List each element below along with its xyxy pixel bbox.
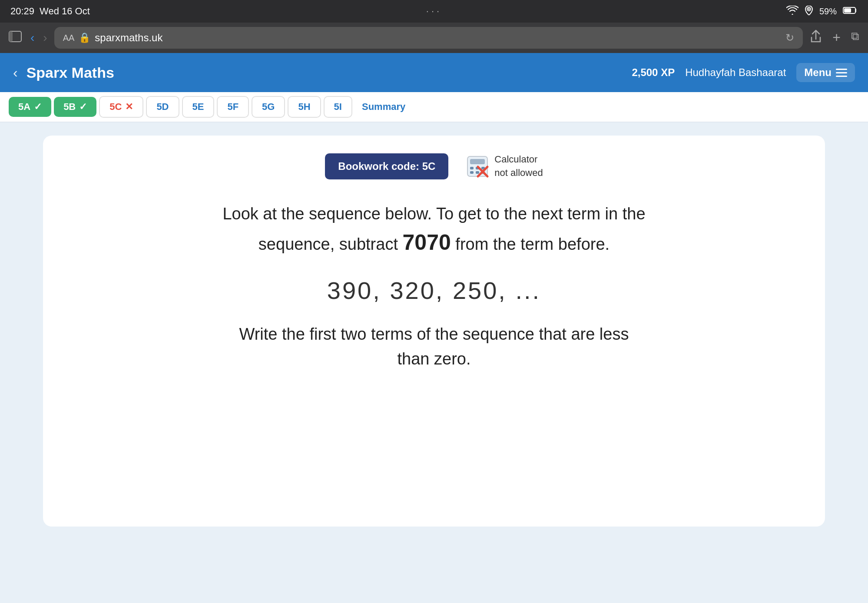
number-highlight-val: 70 xyxy=(427,230,451,255)
tab-summary[interactable]: Summary xyxy=(355,97,412,117)
tab-5B[interactable]: 5B ✓ xyxy=(54,97,96,117)
calculator-line1: Calculator xyxy=(494,153,543,166)
svg-rect-12 xyxy=(476,171,479,174)
header-back-button[interactable]: ‹ xyxy=(13,65,18,81)
tab-5A-label: 5A xyxy=(18,101,30,113)
sub-line2: than zero. xyxy=(69,347,799,371)
date: Wed 16 Oct xyxy=(40,6,90,17)
tab-5B-label: 5B xyxy=(63,101,76,113)
battery-percent: 59% xyxy=(819,7,837,17)
status-left: 20:29 Wed 16 Oct xyxy=(10,6,90,17)
tab-5A-check-icon: ✓ xyxy=(34,101,42,113)
xp-display: 2,500 XP xyxy=(632,66,675,79)
user-name: Hudhayfah Bashaarat xyxy=(685,66,786,79)
browser-nav[interactable]: ‹ › xyxy=(9,31,47,45)
sidebar-toggle-icon[interactable] xyxy=(9,31,22,45)
location-icon xyxy=(805,6,813,17)
forward-icon[interactable]: › xyxy=(43,31,47,45)
tab-5F-label: 5F xyxy=(227,101,239,113)
font-size-label: AA xyxy=(63,33,75,43)
address-bar[interactable]: AA 🔒 sparxmaths.uk ↻ xyxy=(54,27,803,49)
question-card: Bookwork code: 5C xyxy=(43,136,825,527)
menu-label: Menu xyxy=(804,66,832,79)
tabs-bar: 5A ✓ 5B ✓ 5C ✕ 5D 5E 5F 5G 5H 5I Summary xyxy=(0,92,868,123)
sub-question: Write the first two terms of the sequenc… xyxy=(69,322,799,371)
status-right: 59% xyxy=(786,6,858,17)
url-text[interactable]: sparxmaths.uk xyxy=(95,32,162,44)
question-line2: sequence, subtract 7070 from the term be… xyxy=(69,226,799,259)
meta-row: Bookwork code: 5C xyxy=(69,153,799,180)
browser-actions[interactable]: + ⧉ xyxy=(810,30,859,46)
dots: ··· xyxy=(426,6,442,17)
plus-icon[interactable]: + xyxy=(832,30,841,46)
back-icon[interactable]: ‹ xyxy=(30,31,34,45)
status-bar: 20:29 Wed 16 Oct ··· 59% xyxy=(0,0,868,23)
question-line1: Look at the sequence below. To get to th… xyxy=(69,202,799,226)
tab-5I-label: 5I xyxy=(334,101,342,113)
time: 20:29 xyxy=(10,6,34,17)
svg-point-1 xyxy=(808,8,810,10)
tab-summary-label: Summary xyxy=(362,101,405,113)
tab-5G[interactable]: 5G xyxy=(252,96,285,118)
app-header: ‹ Sparx Maths 2,500 XP Hudhayfah Bashaar… xyxy=(0,53,868,92)
svg-rect-3 xyxy=(844,8,851,13)
tab-5H-label: 5H xyxy=(298,101,310,113)
bookwork-code: Bookwork code: 5C xyxy=(325,153,448,179)
svg-rect-5 xyxy=(9,31,13,42)
reload-icon[interactable]: ↻ xyxy=(785,32,794,44)
tab-5D-label: 5D xyxy=(156,101,169,113)
tab-5G-label: 5G xyxy=(262,101,275,113)
tab-5E-label: 5E xyxy=(192,101,204,113)
main-content: Bookwork code: 5C xyxy=(0,123,868,603)
tab-5I[interactable]: 5I xyxy=(324,96,352,118)
header-right: 2,500 XP Hudhayfah Bashaarat Menu xyxy=(632,63,855,82)
battery-icon xyxy=(843,7,858,17)
app-logo: Sparx Maths xyxy=(27,64,632,81)
tab-5F[interactable]: 5F xyxy=(217,96,249,118)
calculator-line2: not allowed xyxy=(494,166,543,180)
tab-5C-label: 5C xyxy=(109,101,122,113)
hamburger-icon xyxy=(836,69,847,77)
browser-bar: ‹ › AA 🔒 sparxmaths.uk ↻ + ⧉ xyxy=(0,23,868,53)
lock-icon: 🔒 xyxy=(79,32,90,43)
tab-5C-x-icon: ✕ xyxy=(125,101,133,113)
calculator-text: Calculator not allowed xyxy=(494,153,543,180)
svg-rect-8 xyxy=(470,167,474,169)
tab-5A[interactable]: 5A ✓ xyxy=(9,97,51,117)
tab-5C[interactable]: 5C ✕ xyxy=(99,96,143,118)
tab-5B-check-icon: ✓ xyxy=(79,101,87,113)
wifi-icon xyxy=(786,6,798,17)
calculator-badge: Calculator not allowed xyxy=(466,153,543,180)
number-highlight: 70 xyxy=(403,230,427,255)
share-icon[interactable] xyxy=(810,30,822,46)
sub-line1: Write the first two terms of the sequenc… xyxy=(69,322,799,347)
tab-5H[interactable]: 5H xyxy=(288,96,321,118)
tab-5D[interactable]: 5D xyxy=(146,96,179,118)
menu-button[interactable]: Menu xyxy=(796,63,855,82)
question-text: Look at the sequence below. To get to th… xyxy=(69,202,799,259)
svg-rect-7 xyxy=(470,159,485,164)
svg-rect-11 xyxy=(470,171,474,174)
calculator-icon xyxy=(466,155,489,178)
tab-5E[interactable]: 5E xyxy=(182,96,215,118)
sequence-display: 390, 320, 250, ... xyxy=(69,276,799,305)
tabs-icon[interactable]: ⧉ xyxy=(851,30,859,46)
